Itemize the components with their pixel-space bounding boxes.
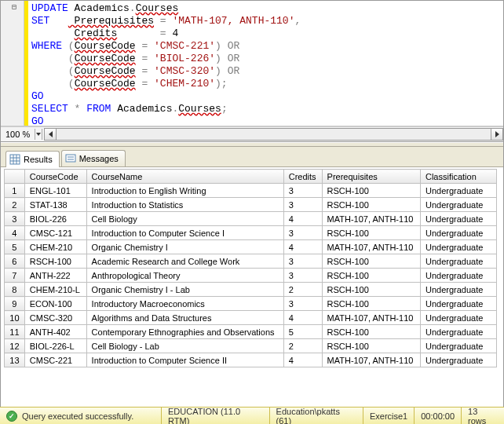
cell[interactable]: RSCH-100 <box>322 226 420 240</box>
table-row[interactable]: 2STAT-138Introduction to Statistics3RSCH… <box>5 198 497 212</box>
table-row[interactable]: 11ANTH-402Contemporary Ethnographies and… <box>5 325 497 339</box>
row-number[interactable]: 7 <box>5 269 25 283</box>
row-number[interactable]: 8 <box>5 283 25 297</box>
cell[interactable]: RSCH-100 <box>322 297 420 311</box>
cell[interactable]: CMSC-221 <box>24 353 86 367</box>
cell[interactable]: STAT-138 <box>24 198 86 212</box>
cell[interactable]: 5 <box>283 325 322 339</box>
code-editor[interactable]: UPDATE Academics.Courses SET Prerequisit… <box>28 1 503 126</box>
table-row[interactable]: 9ECON-100Introductory Macroeconomics3RSC… <box>5 297 497 311</box>
cell[interactable]: 4 <box>283 212 322 226</box>
cell[interactable]: RSCH-100 <box>322 325 420 339</box>
table-row[interactable]: 10CMSC-320Algorithms and Data Structures… <box>5 311 497 325</box>
tab-results[interactable]: Results <box>5 151 60 167</box>
tab-messages[interactable]: Messages <box>61 150 126 166</box>
cell[interactable]: Undergraduate <box>420 254 496 269</box>
cell[interactable]: Introduction to Statistics <box>86 198 283 212</box>
cell[interactable]: RSCH-100 <box>322 198 420 212</box>
column-header[interactable]: Classification <box>420 170 496 184</box>
column-header[interactable]: CourseName <box>86 170 283 184</box>
cell[interactable]: Introduction to Computer Science I <box>86 226 283 240</box>
outline-collapse-icon[interactable]: ⊟ <box>12 2 16 12</box>
cell[interactable]: CHEM-210 <box>24 240 86 254</box>
row-number[interactable]: 6 <box>5 254 25 269</box>
scroll-right-button[interactable] <box>491 128 503 141</box>
cell[interactable]: 3 <box>283 269 322 283</box>
cell[interactable]: Undergraduate <box>420 212 496 226</box>
cell[interactable]: Undergraduate <box>420 325 496 339</box>
cell[interactable]: RSCH-100 <box>322 184 420 198</box>
cell[interactable]: 3 <box>283 297 322 311</box>
cell[interactable]: Academic Research and College Work <box>86 254 283 269</box>
cell[interactable]: CHEM-210-L <box>24 283 86 297</box>
table-row[interactable]: 1ENGL-101Introduction to English Writing… <box>5 184 497 198</box>
cell[interactable]: Cell Biology - Lab <box>86 339 283 353</box>
column-header[interactable]: Credits <box>283 170 322 184</box>
cell[interactable]: Undergraduate <box>420 353 496 367</box>
row-number[interactable]: 9 <box>5 297 25 311</box>
table-row[interactable]: 8CHEM-210-LOrganic Chemistry I - Lab2RSC… <box>5 283 497 297</box>
cell[interactable]: CMSC-121 <box>24 226 86 240</box>
cell[interactable]: Undergraduate <box>420 283 496 297</box>
cell[interactable]: Undergraduate <box>420 269 496 283</box>
cell[interactable]: RSCH-100 <box>322 254 420 269</box>
cell[interactable]: 2 <box>283 283 322 297</box>
cell[interactable]: Undergraduate <box>420 311 496 325</box>
table-row[interactable]: 5CHEM-210Organic Chemistry I4MATH-107, A… <box>5 240 497 254</box>
cell[interactable]: Contemporary Ethnographies and Observati… <box>86 325 283 339</box>
cell[interactable]: Undergraduate <box>420 339 496 353</box>
scroll-left-button[interactable] <box>44 128 57 141</box>
cell[interactable]: 4 <box>283 353 322 367</box>
cell[interactable]: 4 <box>283 240 322 254</box>
cell[interactable]: ENGL-101 <box>24 184 86 198</box>
cell[interactable]: MATH-107, ANTH-110 <box>322 212 420 226</box>
cell[interactable]: Organic Chemistry I - Lab <box>86 283 283 297</box>
table-row[interactable]: 3BIOL-226Cell Biology4MATH-107, ANTH-110… <box>5 212 497 226</box>
cell[interactable]: Algorithms and Data Structures <box>86 311 283 325</box>
zoom-level[interactable]: 100 % <box>1 130 35 139</box>
cell[interactable]: Cell Biology <box>86 212 283 226</box>
row-number[interactable]: 11 <box>5 325 25 339</box>
cell[interactable]: MATH-107, ANTH-110 <box>322 311 420 325</box>
cell[interactable]: Undergraduate <box>420 226 496 240</box>
table-row[interactable]: 7ANTH-222Anthropological Theory3RSCH-100… <box>5 269 497 283</box>
cell[interactable]: 3 <box>283 184 322 198</box>
row-number[interactable]: 2 <box>5 198 25 212</box>
column-header[interactable]: Prerequisites <box>322 170 420 184</box>
cell[interactable]: MATH-107, ANTH-110 <box>322 240 420 254</box>
cell[interactable]: BIOL-226 <box>24 212 86 226</box>
cell[interactable]: 2 <box>283 339 322 353</box>
cell[interactable]: MATH-107, ANTH-110 <box>322 353 420 367</box>
table-row[interactable]: 6RSCH-100Academic Research and College W… <box>5 254 497 269</box>
column-header[interactable]: CourseCode <box>24 170 86 184</box>
table-row[interactable]: 13CMSC-221Introduction to Computer Scien… <box>5 353 497 367</box>
cell[interactable]: 4 <box>283 311 322 325</box>
cell[interactable]: Introduction to English Writing <box>86 184 283 198</box>
cell[interactable]: Undergraduate <box>420 297 496 311</box>
cell[interactable]: RSCH-100 <box>322 339 420 353</box>
cell[interactable]: ANTH-222 <box>24 269 86 283</box>
horizontal-scrollbar[interactable] <box>44 128 503 141</box>
cell[interactable]: Undergraduate <box>420 240 496 254</box>
table-row[interactable]: 4CMSC-121Introduction to Computer Scienc… <box>5 226 497 240</box>
cell[interactable]: ANTH-402 <box>24 325 86 339</box>
row-number[interactable]: 1 <box>5 184 25 198</box>
cell[interactable]: RSCH-100 <box>322 283 420 297</box>
row-number[interactable]: 10 <box>5 311 25 325</box>
cell[interactable]: BIOL-226-L <box>24 339 86 353</box>
row-number[interactable]: 12 <box>5 339 25 353</box>
row-number[interactable]: 13 <box>5 353 25 367</box>
cell[interactable]: ECON-100 <box>24 297 86 311</box>
row-number[interactable]: 5 <box>5 240 25 254</box>
cell[interactable]: Organic Chemistry I <box>86 240 283 254</box>
row-number[interactable]: 3 <box>5 212 25 226</box>
scroll-track[interactable] <box>57 128 491 141</box>
cell[interactable]: RSCH-100 <box>24 254 86 269</box>
cell[interactable]: CMSC-320 <box>24 311 86 325</box>
cell[interactable]: 3 <box>283 254 322 269</box>
cell[interactable]: Introductory Macroeconomics <box>86 297 283 311</box>
cell[interactable]: Anthropological Theory <box>86 269 283 283</box>
zoom-dropdown[interactable] <box>35 129 42 140</box>
row-number[interactable]: 4 <box>5 226 25 240</box>
cell[interactable]: RSCH-100 <box>322 269 420 283</box>
